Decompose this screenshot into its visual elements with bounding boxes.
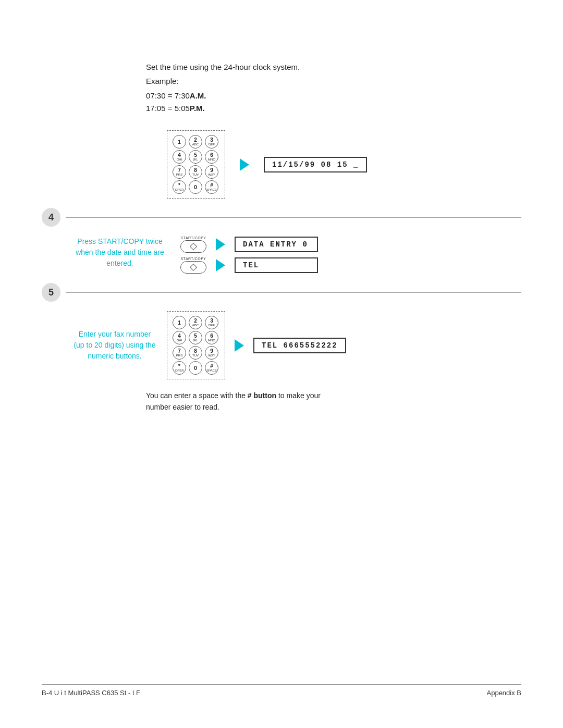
time1-suffix: A.M. <box>190 91 206 100</box>
footer-text: B-4 U i t MultiPASS C635 St - I F Append… <box>42 689 521 697</box>
bottom-note-text1: You can enter a space with the <box>146 391 246 400</box>
s5-key-9[interactable]: 9WXY <box>205 346 218 360</box>
step3-arrow <box>240 158 249 171</box>
s5-key-0[interactable]: 0 <box>189 361 202 375</box>
step5-circle: 5 <box>42 283 60 302</box>
intro-line1: Set the time using the 24-hour clock sys… <box>146 63 521 71</box>
bottom-note-bold: # button <box>248 391 276 400</box>
key-7[interactable]: 7PRS <box>173 165 186 179</box>
s5-key-star[interactable]: *OPER <box>173 361 186 375</box>
step5-instruction: Enter your fax number (up to 20 digits) … <box>73 329 156 362</box>
s5-key-4[interactable]: 4GHI <box>173 331 186 344</box>
step3-row: 1 2ABC 3DEF 4GHI 5JKL 6MNO 7PRS 8TUV 9WX… <box>167 130 521 199</box>
step4-row1-display: DATA ENTRY 0 <box>235 237 318 252</box>
start-copy-label-1: START/COPY <box>180 236 206 240</box>
time2: 17:05 = 5:05 <box>146 104 190 113</box>
footer-right: Appendix B <box>487 689 522 697</box>
step5-keypad-grid: 1 2ABC 3DEF 4GHI 5JKL 6MNO 7PRS 8TUV 9WX… <box>173 316 219 375</box>
step5-keypad: 1 2ABC 3DEF 4GHI 5JKL 6MNO 7PRS 8TUV 9WX… <box>167 311 225 379</box>
s5-key-2[interactable]: 2ABC <box>189 316 202 329</box>
s5-key-1[interactable]: 1 <box>173 316 186 329</box>
s5-key-8[interactable]: 8TUV <box>189 346 202 360</box>
key-3[interactable]: 3DEF <box>205 135 218 149</box>
s5-key-3[interactable]: 3DEF <box>205 316 218 329</box>
step4-row1-arrow <box>216 238 225 251</box>
key-2[interactable]: 2ABC <box>189 135 202 149</box>
step4-row1: START/COPY DATA ENTRY 0 <box>180 236 318 253</box>
step5-arrow <box>235 339 244 352</box>
time-examples: 07:30 = 7:30A.M. 17:05 = 5:05P.M. <box>146 90 521 115</box>
step5-content: Enter your fax number (up to 20 digits) … <box>73 311 521 379</box>
step4-content: Press START/COPY twice when the date and… <box>73 236 521 274</box>
step5-divider: 5 <box>42 283 521 302</box>
time1: 07:30 = 7:30 <box>146 91 190 100</box>
keypad-grid: 1 2ABC 3DEF 4GHI 5JKL 6MNO 7PRS 8TUV 9WX… <box>173 135 219 194</box>
numeric-keypad: 1 2ABC 3DEF 4GHI 5JKL 6MNO 7PRS 8TUV 9WX… <box>167 130 225 199</box>
s5-key-hash[interactable]: #SPACE <box>205 361 218 375</box>
step4-sub-rows: START/COPY DATA ENTRY 0 START/COPY TEL <box>180 236 318 274</box>
diamond-icon-2 <box>190 264 197 271</box>
key-6[interactable]: 6MNO <box>205 150 218 164</box>
key-0[interactable]: 0 <box>189 180 202 194</box>
step5-line <box>66 292 521 293</box>
start-copy-btn-2[interactable]: START/COPY <box>180 257 206 274</box>
key-star[interactable]: *OPER <box>173 180 186 194</box>
example-label: Example: <box>146 77 521 85</box>
step4-line <box>66 217 521 218</box>
oval-btn-2[interactable] <box>180 261 206 274</box>
bottom-note-line2: number easier to read. <box>146 401 521 413</box>
bottom-note-text2: to make your <box>278 391 321 400</box>
step4-row2: START/COPY TEL <box>180 257 318 274</box>
step3-display: 11/15/99 08 15 _ <box>264 157 367 172</box>
start-copy-btn-1[interactable]: START/COPY <box>180 236 206 253</box>
key-4[interactable]: 4GHI <box>173 150 186 164</box>
footer-line <box>42 684 521 685</box>
s5-key-6[interactable]: 6MNO <box>205 331 218 344</box>
oval-btn-1[interactable] <box>180 240 206 253</box>
key-5[interactable]: 5JKL <box>189 150 202 164</box>
step4-circle: 4 <box>42 208 60 227</box>
step5-display: TEL 6665552222 <box>253 338 346 353</box>
diamond-icon-1 <box>190 243 197 250</box>
bottom-note: You can enter a space with the # button … <box>146 390 521 413</box>
footer: B-4 U i t MultiPASS C635 St - I F Append… <box>42 684 521 697</box>
step4-row2-display: TEL <box>235 257 318 273</box>
footer-left: B-4 U i t MultiPASS C635 St - I F <box>42 689 140 697</box>
s5-key-7[interactable]: 7PRS <box>173 346 186 360</box>
key-9[interactable]: 9WXY <box>205 165 218 179</box>
time2-suffix: P.M. <box>190 104 205 113</box>
key-hash[interactable]: #SPACE <box>205 180 218 194</box>
s5-key-5[interactable]: 5JKL <box>189 331 202 344</box>
step4-instruction: Press START/COPY twice when the date and… <box>73 236 167 269</box>
key-1[interactable]: 1 <box>173 135 186 149</box>
step4-row2-arrow <box>216 259 225 272</box>
start-copy-label-2: START/COPY <box>180 257 206 261</box>
key-8[interactable]: 8TUV <box>189 165 202 179</box>
step4-divider: 4 <box>42 208 521 227</box>
